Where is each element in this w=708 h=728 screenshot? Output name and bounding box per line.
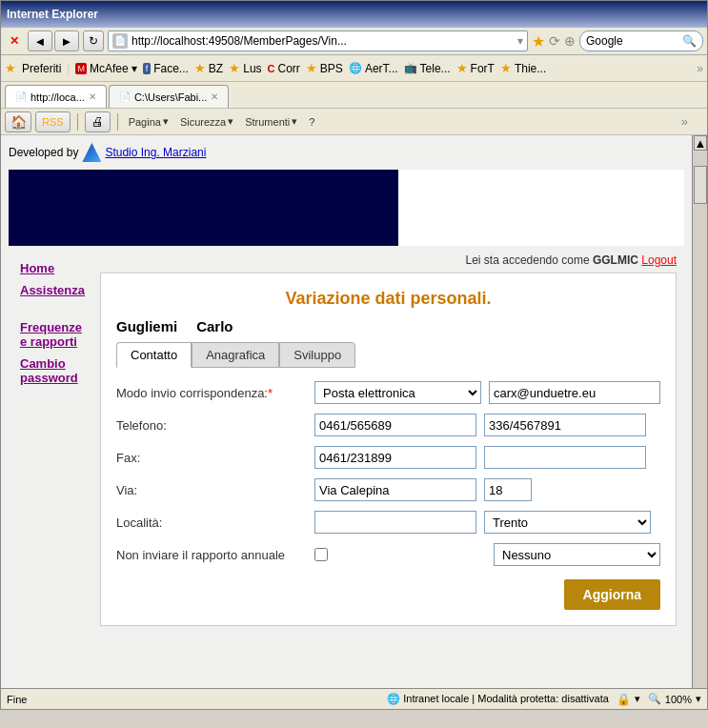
fort-star: ★ bbox=[456, 61, 468, 75]
toolbar-sep-2 bbox=[117, 113, 118, 131]
modo-required: * bbox=[268, 386, 273, 400]
via-label: Via: bbox=[116, 483, 307, 497]
status-globe-icon: 🌐 bbox=[387, 693, 400, 704]
thie-label: Thie... bbox=[515, 62, 546, 75]
tab-contatto[interactable]: Contatto bbox=[116, 342, 192, 368]
sidebar-frequenze[interactable]: Frequenze e rapporti bbox=[20, 320, 89, 349]
tab-1-close[interactable]: ✕ bbox=[89, 91, 96, 102]
tele-label: Tele... bbox=[420, 62, 451, 75]
corr-label: Corr bbox=[278, 62, 300, 75]
sidebar-home[interactable]: Home bbox=[20, 261, 89, 275]
modo-select[interactable]: Posta elettronica bbox=[314, 381, 481, 404]
bookmark-bps[interactable]: ★ BPS bbox=[306, 61, 343, 75]
tab-2-label: C:\Users\Fabi... bbox=[134, 91, 207, 103]
security-arrow[interactable]: ▾ bbox=[635, 693, 640, 705]
mcafee-label: McAfee bbox=[90, 62, 129, 75]
localita-label: Località: bbox=[116, 516, 307, 530]
tab-anagrafica[interactable]: Anagrafica bbox=[192, 342, 279, 368]
strumenti-arrow: ▾ bbox=[292, 115, 297, 128]
logout-link[interactable]: Logout bbox=[641, 253, 677, 267]
sicurezza-button[interactable]: Sicurezza ▾ bbox=[176, 113, 237, 130]
search-icon[interactable]: 🔍 bbox=[682, 34, 697, 48]
page-content: ▲ Developed by Studio Ing. Marziani Home bbox=[1, 135, 707, 688]
via-input[interactable] bbox=[314, 478, 476, 501]
zoom-arrow[interactable]: ▾ bbox=[696, 693, 701, 705]
header-banner bbox=[9, 170, 684, 246]
tab-2[interactable]: 📄 C:\Users\Fabi... ✕ bbox=[109, 85, 229, 108]
status-intranet-text: Intranet locale | Modalità protetta: dis… bbox=[403, 693, 609, 704]
home-button[interactable]: 🏠 bbox=[5, 111, 31, 132]
bps-star: ★ bbox=[306, 61, 317, 75]
bookmark-lus[interactable]: ★ Lus bbox=[229, 61, 261, 75]
aert-icon: 🌐 bbox=[349, 62, 362, 74]
scrollbar-track[interactable]: ▲ bbox=[692, 135, 707, 688]
bookmark-corr[interactable]: C Corr bbox=[268, 62, 300, 75]
bookmark-mcafee[interactable]: M McAfee ▾ bbox=[75, 62, 136, 75]
fax-label: Fax: bbox=[116, 451, 307, 465]
modo-email-input[interactable] bbox=[489, 381, 660, 404]
sidebar-assistenza[interactable]: Assistenza bbox=[20, 283, 89, 297]
bookmark-thie[interactable]: ★ Thie... bbox=[500, 61, 546, 75]
more-tools[interactable]: » bbox=[681, 114, 688, 129]
address-dropdown-icon[interactable]: ▾ bbox=[517, 34, 523, 48]
search-bar[interactable]: Google 🔍 bbox=[579, 30, 703, 51]
bookmarks-label[interactable]: Preferiti bbox=[22, 62, 61, 75]
localita-input[interactable] bbox=[314, 511, 476, 534]
help-button[interactable]: ? bbox=[305, 114, 318, 130]
status-bar: Fine 🌐 Intranet locale | Modalità protet… bbox=[1, 688, 707, 709]
lus-star: ★ bbox=[229, 61, 240, 75]
scrollbar-thumb[interactable] bbox=[694, 166, 707, 204]
status-security: 🔒 ▾ bbox=[617, 693, 640, 706]
rapporto-label: Non inviare il rapporto annuale bbox=[116, 548, 307, 562]
bookmark-face[interactable]: f Face... bbox=[143, 62, 189, 75]
zoom-icon: 🔍 bbox=[648, 693, 661, 705]
forward-button[interactable]: ► bbox=[54, 30, 79, 51]
corr-icon: C bbox=[268, 63, 275, 74]
pagina-button[interactable]: Pagina ▾ bbox=[125, 113, 172, 130]
tab-1[interactable]: 📄 http://loca... ✕ bbox=[5, 85, 107, 108]
back-button[interactable]: ◄ bbox=[28, 30, 52, 51]
rss-button[interactable]: RSS bbox=[35, 111, 71, 132]
sidebar: Home Assistenza Frequenze e rapporti Cam… bbox=[9, 253, 100, 626]
print-button[interactable]: 🖨 bbox=[85, 111, 111, 132]
mcafee-dropdown[interactable]: ▾ bbox=[131, 62, 137, 75]
scrollbar-up[interactable]: ▲ bbox=[694, 135, 707, 151]
toolbar-sep-1 bbox=[77, 113, 78, 131]
nav-icon-3[interactable]: ⊕ bbox=[564, 33, 576, 49]
btn-row: Aggiorna bbox=[116, 579, 660, 610]
sidebar-cambio[interactable]: Cambio password bbox=[20, 356, 89, 385]
address-bar[interactable]: 📄 http://localhost:49508/MemberPages/Vin… bbox=[108, 30, 528, 51]
bz-star: ★ bbox=[194, 61, 206, 75]
aert-label: AerT... bbox=[365, 62, 398, 75]
bookmark-fort[interactable]: ★ ForT bbox=[456, 61, 495, 75]
reload-button[interactable]: ↻ bbox=[83, 30, 104, 51]
via-num-input[interactable] bbox=[484, 478, 532, 501]
fax-input2[interactable] bbox=[484, 446, 646, 469]
tab-1-icon: 📄 bbox=[15, 91, 27, 102]
rapporto-checkbox[interactable] bbox=[314, 548, 328, 561]
studio-link[interactable]: Studio Ing. Marziani bbox=[105, 146, 206, 159]
strumenti-button[interactable]: Strumenti ▾ bbox=[241, 113, 301, 130]
bookmark-bz[interactable]: ★ BZ bbox=[194, 61, 223, 75]
bookmark-aert[interactable]: 🌐 AerT... bbox=[349, 62, 398, 75]
tab-2-close[interactable]: ✕ bbox=[211, 91, 218, 102]
localita-select[interactable]: Trento bbox=[484, 511, 651, 534]
tab-2-icon: 📄 bbox=[119, 91, 131, 102]
telefono-input[interactable] bbox=[314, 414, 476, 436]
sicurezza-label: Sicurezza bbox=[180, 116, 226, 128]
studio-logo bbox=[82, 143, 101, 162]
rapporto-select[interactable]: Nessuno bbox=[494, 543, 660, 566]
bookmark-tele[interactable]: 📺 Tele... bbox=[404, 62, 451, 75]
nav-icon-2[interactable]: ⟳ bbox=[549, 33, 560, 49]
pagina-arrow: ▾ bbox=[163, 115, 169, 128]
fax-input[interactable] bbox=[314, 446, 476, 469]
bookmarks-more[interactable]: » bbox=[697, 62, 703, 75]
modo-label: Modo invio corrispondenza:* bbox=[116, 386, 307, 400]
nav-icon-1[interactable]: ★ bbox=[532, 32, 545, 51]
tab-sviluppo[interactable]: Sviluppo bbox=[279, 342, 355, 368]
toolbar-bar: 🏠 RSS 🖨 Pagina ▾ Sicurezza ▾ Strumenti ▾… bbox=[1, 109, 707, 135]
aggiorna-button[interactable]: Aggiorna bbox=[564, 579, 660, 610]
telefono-input2[interactable] bbox=[484, 414, 646, 436]
stop-icon[interactable]: ✕ bbox=[5, 31, 24, 51]
banner-left bbox=[9, 170, 398, 246]
